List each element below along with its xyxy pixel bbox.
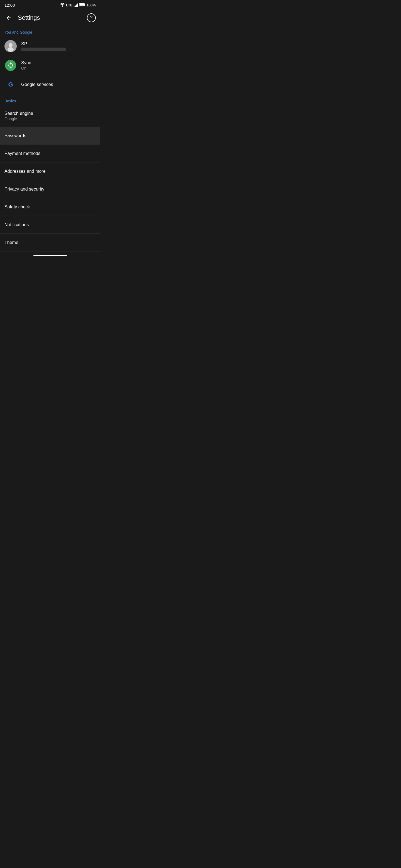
sync-item[interactable]: Sync On: [0, 56, 100, 75]
payment-methods-text: Payment methods: [4, 151, 96, 156]
notifications-title: Notifications: [4, 222, 96, 227]
search-engine-item[interactable]: Search engine Google: [0, 105, 100, 127]
svg-marker-1: [74, 3, 78, 7]
payment-methods-item[interactable]: Payment methods: [0, 145, 100, 162]
wifi-icon: [60, 3, 65, 7]
profile-name: SP: [21, 41, 96, 46]
status-icons: LTE 100%: [60, 3, 96, 7]
battery-icon: [79, 3, 85, 7]
back-button[interactable]: [4, 13, 13, 22]
help-icon: ?: [90, 15, 93, 20]
addresses-text: Addresses and more: [4, 169, 96, 174]
google-icon-container: G: [4, 79, 17, 91]
you-and-google-header: You and Google: [0, 26, 100, 37]
toolbar: Settings ?: [0, 10, 100, 26]
passwords-item[interactable]: Passwords: [0, 127, 100, 145]
addresses-item[interactable]: Addresses and more: [0, 162, 100, 180]
google-services-text: Google services: [21, 82, 96, 87]
google-services-title: Google services: [21, 82, 96, 87]
search-engine-subtitle: Google: [4, 117, 96, 121]
safety-check-text: Safety check: [4, 205, 96, 210]
profile-item[interactable]: SP: [0, 37, 100, 56]
home-indicator: [0, 251, 100, 259]
svg-point-7: [7, 47, 13, 52]
safety-check-title: Safety check: [4, 205, 96, 210]
svg-point-6: [9, 43, 12, 47]
profile-avatar: [4, 40, 17, 52]
status-time: 12:00: [4, 3, 15, 7]
svg-point-0: [62, 6, 63, 7]
battery-percentage: 100%: [87, 3, 96, 7]
status-bar: 12:00 LTE 100%: [0, 0, 100, 10]
sync-subtitle: On: [21, 66, 96, 70]
sync-title: Sync: [21, 60, 96, 65]
sync-icon-container: [4, 59, 17, 71]
theme-item[interactable]: Theme: [0, 234, 100, 251]
profile-text: SP: [21, 41, 96, 51]
search-engine-title: Search engine: [4, 111, 96, 116]
sync-icon-bg: [5, 60, 16, 71]
privacy-security-text: Privacy and security: [4, 187, 96, 192]
theme-title: Theme: [4, 240, 96, 245]
svg-rect-4: [80, 4, 84, 6]
profile-email-redacted: [21, 48, 66, 51]
addresses-title: Addresses and more: [4, 169, 96, 174]
payment-methods-title: Payment methods: [4, 151, 96, 156]
passwords-text: Passwords: [4, 133, 96, 138]
page-title: Settings: [18, 14, 40, 22]
sync-text: Sync On: [21, 60, 96, 70]
help-button[interactable]: ?: [87, 13, 96, 22]
signal-icon: [74, 3, 78, 7]
google-logo: G: [5, 79, 16, 90]
basics-header: Basics: [0, 94, 100, 105]
toolbar-left: Settings: [4, 13, 40, 22]
svg-rect-3: [85, 4, 85, 5]
notifications-item[interactable]: Notifications: [0, 216, 100, 234]
passwords-title: Passwords: [4, 133, 96, 138]
lte-label: LTE: [66, 3, 73, 7]
privacy-security-title: Privacy and security: [4, 187, 96, 192]
google-services-item[interactable]: G Google services: [0, 75, 100, 94]
search-engine-text: Search engine Google: [4, 111, 96, 121]
safety-check-item[interactable]: Safety check: [0, 198, 100, 216]
home-indicator-bar: [33, 255, 67, 256]
notifications-text: Notifications: [4, 222, 96, 227]
privacy-security-item[interactable]: Privacy and security: [0, 180, 100, 198]
theme-text: Theme: [4, 240, 96, 245]
